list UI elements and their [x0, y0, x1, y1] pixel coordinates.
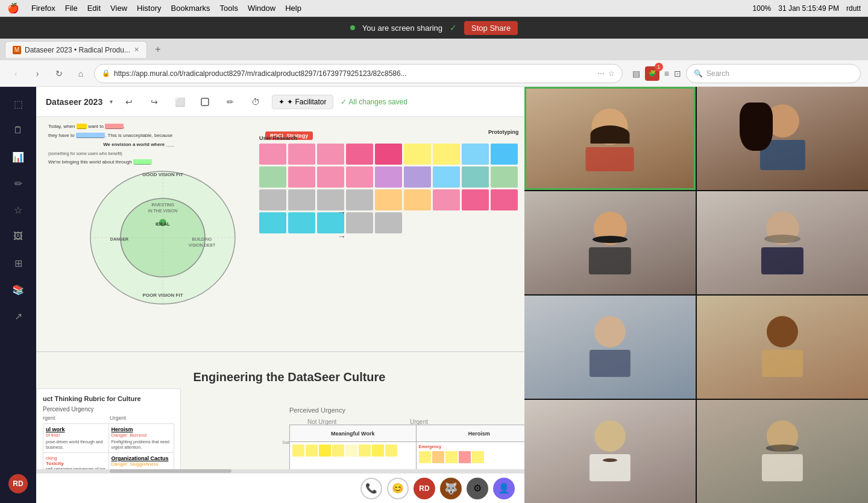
pen-tool-button[interactable]: ✏ [221, 93, 239, 111]
mural-sidebar: ⬚ 🗒 📊 ✏ ☆ 🖼 ⊞ 📚 ↗ RD [0, 87, 36, 503]
meaningful-danger: of this! [46, 432, 106, 438]
search-box[interactable]: 🔍 Search [686, 64, 861, 83]
screenshare-bar: You are screen sharing ✓ Stop Share [0, 17, 868, 39]
video-cell-4 [697, 191, 868, 294]
prototyping-label: Prototyping [488, 129, 519, 135]
section-title: Engineering the DataSeer Culture [66, 370, 512, 384]
sidebar-library-icon[interactable]: 📚 [6, 277, 30, 302]
rubric-perceived-urgency: Perceived Urgency [43, 406, 174, 413]
frame-button[interactable]: ⬜ [171, 93, 189, 111]
emoji-icon-button[interactable]: 😊 [387, 478, 409, 499]
star-icon[interactable]: ☆ [608, 69, 615, 78]
video-cell-1 [524, 87, 696, 190]
stop-share-button[interactable]: Stop Share [464, 21, 518, 35]
sidebar-image-icon[interactable]: 🖼 [6, 224, 30, 248]
tab-title: Dataseer 2023 • Radical Produ... [25, 46, 130, 54]
menubar-user: rdutt [846, 4, 861, 13]
url-text: https://app.mural.co/t/radicalproduct829… [114, 69, 594, 78]
cactus-danger: Danger: Sluggishness [112, 461, 172, 467]
soul-toxicity: Toxicity [46, 461, 106, 466]
home-button[interactable]: ⌂ [72, 65, 89, 82]
redo-button[interactable]: ↪ [145, 93, 163, 111]
culture-matrix: Meaningful Work Heroism [289, 425, 524, 473]
canvas-content[interactable]: Today, when ___ want to ______, they hav… [36, 117, 524, 503]
bottom-toolbar: 📞 😊 RD 🐺 ⚙ 👤 [36, 473, 524, 503]
saved-text: All changes saved [349, 98, 407, 106]
menu-edit[interactable]: Edit [87, 4, 101, 13]
menu-help[interactable]: Help [285, 4, 301, 13]
menu-view[interactable]: View [110, 4, 127, 13]
browser-navbar: ‹ › ↻ ⌂ 🔒 https://app.mural.co/t/radical… [0, 60, 868, 87]
sidebar-grid-icon[interactable]: ⊞ [6, 251, 30, 275]
matrix-cell-meaningful [290, 442, 417, 473]
phone-icon-button[interactable]: 📞 [360, 478, 382, 499]
timer-button[interactable]: ⏱ [247, 93, 265, 111]
menubar-battery: 100% [753, 4, 772, 13]
rubric-section: uct Thinking Rubric for Culture Perceive… [36, 388, 181, 473]
new-tab-button[interactable]: + [149, 41, 166, 58]
vision-fit-diagram: GOOD VISION FIT INVESTING IN THE VISION … [84, 165, 241, 310]
avatar-wolf[interactable]: 🐺 [440, 478, 462, 499]
video-cell-3 [524, 191, 696, 294]
undo-button[interactable]: ↩ [120, 93, 138, 111]
extensions-icon[interactable]: 🧩 [649, 70, 656, 77]
sidebar-chart-icon[interactable]: 📊 [6, 145, 30, 169]
back-button[interactable]: ‹ [7, 65, 24, 82]
menubar-right: 100% 31 Jan 5:15:49 PM rdutt [753, 4, 861, 13]
heroism-desc: Firefighting problems that need urgent a… [112, 439, 172, 450]
avatar-extra[interactable]: 👤 [493, 478, 515, 499]
tab-favicon: M [13, 46, 21, 54]
screenshare-text: You are screen sharing [362, 24, 442, 33]
facilitator-button[interactable]: ✦ ✦ Facilitator [272, 95, 333, 109]
sidebar-pen-icon[interactable]: ✏ [6, 171, 30, 195]
video-cell-6 [697, 296, 868, 399]
dataseer-chevron-icon[interactable]: ▾ [110, 98, 113, 105]
user-avatar-sidebar[interactable]: RD [8, 474, 28, 493]
video-cell-7 [524, 400, 696, 503]
apple-menu-icon[interactable]: 🍎 [7, 2, 19, 14]
video-cell-5 [524, 296, 696, 399]
checkmark-icon: ✓ [341, 98, 347, 106]
matrix-cell-heroism: Emergency [417, 442, 525, 473]
menu-file[interactable]: File [65, 4, 78, 13]
mural-top-bar: Dataseer 2023 ▾ ↩ ↪ ⬜ ✏ ⏱ ✦ ✦ Facilitato… [36, 87, 524, 117]
menu-window[interactable]: Window [248, 4, 275, 13]
top-text-block: Today, when ___ want to ______, they hav… [48, 123, 229, 166]
reader-mode-icon[interactable]: ≡ [664, 69, 669, 78]
menu-history[interactable]: History [137, 4, 161, 13]
rubric-not-urgent: rgent [43, 415, 107, 421]
nav-actions: ▤ 🧩 1 ≡ ⊡ [632, 66, 681, 81]
video-cell-2 [697, 87, 868, 190]
sidebar-star-icon[interactable]: ☆ [6, 198, 30, 222]
canvas-wrapper: Dataseer 2023 ▾ ↩ ↪ ⬜ ✏ ⏱ ✦ ✦ Facilitato… [36, 87, 524, 503]
menu-bookmarks[interactable]: Bookmarks [171, 4, 210, 13]
svg-text:VISION DEBT: VISION DEBT [189, 243, 216, 247]
sidebar-notes-icon[interactable]: 🗒 [6, 118, 30, 142]
main-area: ⬚ 🗒 📊 ✏ ☆ 🖼 ⊞ 📚 ↗ RD Dataseer 2023 ▾ ↩ ↪… [0, 87, 868, 503]
ssl-lock-icon: 🔒 [102, 69, 110, 77]
forward-button[interactable]: › [29, 65, 46, 82]
search-icon: 🔍 [694, 69, 703, 78]
lasso-button[interactable] [196, 93, 214, 111]
bookmark-icon[interactable]: ⋯ [597, 69, 605, 78]
address-bar[interactable]: 🔒 https://app.mural.co/t/radicalproduct8… [94, 64, 623, 83]
avatar-gear[interactable]: ⚙ [467, 478, 488, 499]
menu-firefox[interactable]: Firefox [31, 4, 55, 13]
canvas-bottom-section: Engineering the DataSeer Culture Perceiv… [36, 352, 524, 473]
reload-button[interactable]: ↻ [51, 65, 68, 82]
tab-close-button[interactable]: ✕ [134, 46, 139, 54]
cactus-label-rubric: Organizational Cactus [112, 455, 172, 461]
browser-tab[interactable]: M Dataseer 2023 • Radical Produ... ✕ [5, 41, 147, 58]
changes-saved-indicator: ✓ All changes saved [341, 98, 407, 106]
sidebar-home-icon[interactable]: ⬚ [6, 92, 30, 116]
avatar-rd[interactable]: RD [414, 478, 435, 499]
heroism-danger: Danger: Burnout [112, 432, 172, 438]
sidebar-toggle-icon[interactable]: ▤ [632, 69, 640, 78]
rubric-table: ul work of this! pose-driven world throu… [43, 423, 174, 473]
sidebar-share-icon[interactable]: ↗ [6, 304, 30, 328]
matrix-col-heroism: Heroism [417, 425, 525, 441]
menu-tools[interactable]: Tools [220, 4, 238, 13]
container-tab-icon[interactable]: ⊡ [674, 69, 681, 78]
facilitator-star-icon: ✦ [278, 98, 285, 106]
heroism-label: Heroism [112, 426, 172, 432]
